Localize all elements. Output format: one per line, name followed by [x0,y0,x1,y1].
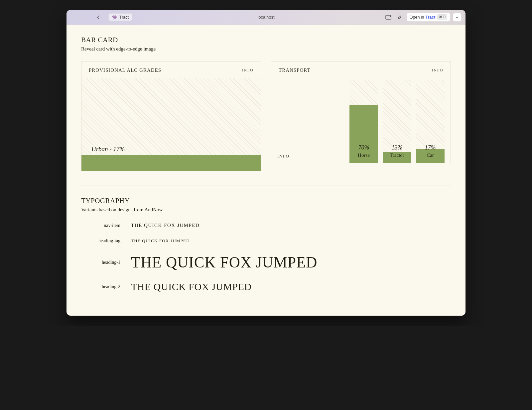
open-shortcut: ⌘O [437,14,447,20]
type-label: nav-item [81,223,131,228]
svg-rect-0 [386,15,391,19]
card-transport-info-bottom[interactable]: INFO [277,154,289,163]
type-row-heading-2: heading-2THE QUICK FOX JUMPED [81,281,451,292]
cards-row: PROVISIONAL ALC GRADES INFO Urban - 17% … [81,61,451,171]
bar-percent: 70% [349,144,378,151]
type-row-nav-item: nav-itemTHE QUICK FOX JUMPED [81,223,451,228]
pip-icon[interactable] [384,13,393,22]
section-divider [81,185,451,185]
card-alc-title: PROVISIONAL ALC GRADES [89,67,161,73]
bar-name: Tractor [383,153,411,158]
transport-bar-tractor: 13%Tractor [383,80,411,163]
zoom-dot[interactable] [84,15,88,19]
more-button[interactable] [453,13,462,22]
url-display[interactable]: localhost [257,15,274,20]
tab-title: Tract [119,15,129,20]
link-icon[interactable] [395,13,404,22]
card-alc-grades: PROVISIONAL ALC GRADES INFO Urban - 17% [81,61,261,171]
type-row-heading-1: heading-1THE QUICK FOX JUMPED [81,254,451,271]
close-dot[interactable] [70,15,74,19]
bar-percent: 17% [416,144,445,151]
card-transport-title: TRANSPORT [279,67,311,73]
typography-rows: nav-itemTHE QUICK FOX JUMPEDheading-tagT… [81,223,451,292]
alc-chart: Urban - 17% [81,78,261,171]
barcard-title: BAR CARD [81,36,451,44]
bar-name: Car [416,153,445,158]
transport-bar-horse: 70%Horse [349,80,378,163]
back-button[interactable] [94,13,102,21]
page-content: BAR CARD Reveal card with edge-to-edge i… [66,25,466,316]
type-sample: THE QUICK FOX JUMPED [131,238,190,244]
bar-name: Horse [349,153,378,158]
type-label: heading-2 [81,284,131,289]
card-alc-info-link[interactable]: INFO [242,68,253,73]
type-sample: THE QUICK FOX JUMPED [131,223,200,228]
barcard-subtitle: Reveal card with edge-to-edge image [81,46,451,52]
tab-chip[interactable]: 👾 Tract [108,13,132,21]
type-sample: THE QUICK FOX JUMPED [131,254,318,271]
bar-percent: 13% [383,144,411,151]
card-transport: TRANSPORT INFO INFO 70%Horse13%Tractor17… [271,61,451,163]
open-app-name: Tract [426,15,436,20]
typography-title: TYPOGRAPHY [81,197,451,205]
typography-subtitle: Variants based on designs from AndNow [81,207,451,213]
window-controls[interactable] [70,15,88,19]
card-transport-info-link[interactable]: INFO [432,68,443,73]
type-label: heading-1 [81,260,131,265]
tab-favicon: 👾 [112,15,117,20]
titlebar: 👾 Tract localhost Open in Tract ⌘O [66,10,466,25]
open-in-app-button[interactable]: Open in Tract ⌘O [407,13,450,22]
transport-bar-car: 17%Car [416,80,445,163]
type-sample: THE QUICK FOX JUMPED [131,281,252,292]
type-label: heading-tag [81,238,131,244]
alc-bar-label: Urban - 17% [91,146,125,153]
minimize-dot[interactable] [77,15,81,19]
open-prefix: Open in [410,15,424,20]
browser-window: 👾 Tract localhost Open in Tract ⌘O BAR C… [66,10,466,316]
alc-bar-urban [81,155,261,171]
transport-bars: 70%Horse13%Tractor17%Car [349,80,445,163]
type-row-heading-tag: heading-tagTHE QUICK FOX JUMPED [81,238,451,244]
